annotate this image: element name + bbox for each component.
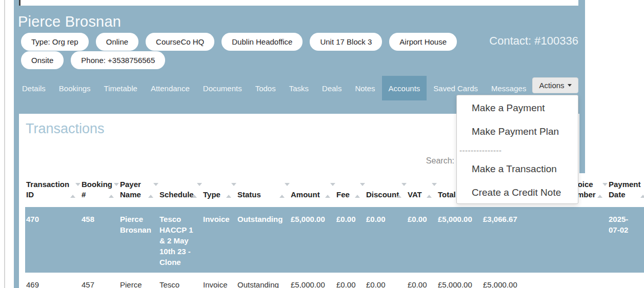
- contact-badge-airport-house: Airport House: [389, 33, 457, 51]
- tab-timetable[interactable]: Timetable: [97, 76, 144, 100]
- cell-payment-date: [608, 273, 644, 288]
- sort-up-icon: [279, 186, 285, 198]
- column-header-vat[interactable]: VAT: [407, 173, 437, 207]
- cell-discount: £0.00: [365, 207, 407, 273]
- sort-icon: [70, 186, 75, 196]
- left-rule: [4, 0, 5, 288]
- actions-dropdown-menu: Make a PaymentMake Payment Plan---------…: [456, 95, 578, 204]
- sort-down-icon: [75, 183, 80, 195]
- column-header-transaction-id[interactable]: Transaction ID: [25, 173, 80, 207]
- sort-up-icon: [427, 186, 432, 198]
- tab-accounts[interactable]: Accounts: [382, 76, 427, 100]
- cell-payment-date: 2025-07-02: [608, 207, 644, 273]
- cell-amount: £5,000.00: [290, 207, 335, 273]
- cell-schedule: Tesco: [158, 273, 202, 288]
- page-title: Pierce Brosnan: [18, 13, 121, 30]
- column-label-booking: Booking #: [82, 180, 112, 199]
- sort-up-icon: [597, 186, 602, 198]
- actions-button[interactable]: Actions: [532, 77, 578, 93]
- contact-badge-unit-17-block-3: Unit 17 Block 3: [310, 33, 382, 51]
- search-label: Search:: [426, 156, 454, 166]
- column-header-type[interactable]: Type: [202, 173, 236, 207]
- column-label-schedule: Schedule: [159, 190, 194, 199]
- cell-amount: £5,000.00: [290, 273, 335, 288]
- menu-item-make-a-transaction[interactable]: Make a Transaction: [457, 157, 578, 181]
- cell-booking: 458: [80, 207, 119, 273]
- sort-icon: [279, 186, 285, 196]
- sort-down-icon: [432, 183, 437, 195]
- tab-notes[interactable]: Notes: [348, 76, 381, 100]
- contact-badge-type-org-rep: Type: Org rep: [21, 33, 89, 51]
- column-label-type: Type: [203, 190, 220, 199]
- sort-up-icon: [148, 186, 153, 198]
- column-header-payment-date[interactable]: Payment Date: [608, 173, 644, 207]
- tab-todos[interactable]: Todos: [249, 76, 283, 100]
- sort-icon: [325, 186, 330, 196]
- cell-status: Outstanding: [236, 207, 290, 273]
- column-label-total: Total: [438, 190, 456, 199]
- sort-up-icon: [355, 186, 360, 198]
- column-label-status: Status: [237, 190, 261, 199]
- cell-vat: £0.00: [407, 207, 437, 273]
- contact-badge-courseco-hq: CourseCo HQ: [146, 33, 214, 51]
- contact-badge-dublin-headoffice: Dublin Headoffice: [222, 33, 303, 51]
- contact-badges: Type: Org repOnlineCourseCo HQDublin Hea…: [21, 33, 463, 69]
- sort-up-icon: [109, 186, 114, 198]
- sort-icon: [355, 186, 360, 196]
- sort-down-icon: [231, 183, 236, 195]
- sort-down-icon: [197, 183, 202, 195]
- column-header-discount[interactable]: Discount: [365, 173, 407, 207]
- table-row[interactable]: 470458Pierce BrosnanTesco HACCP 1 & 2 Ma…: [25, 207, 644, 273]
- tab-bookings[interactable]: Bookings: [52, 76, 97, 100]
- sort-down-icon: [153, 183, 158, 195]
- cell-vat: £0.00: [407, 273, 437, 288]
- cell-type: Invoice: [202, 273, 236, 288]
- cell-fee: £0.00: [335, 273, 365, 288]
- caret-down-icon: [568, 84, 572, 87]
- column-label-transaction-id: Transaction ID: [26, 180, 69, 199]
- sort-icon: [192, 186, 197, 196]
- tab-tasks[interactable]: Tasks: [283, 76, 315, 100]
- tab-deals[interactable]: Deals: [315, 76, 348, 100]
- column-header-amount[interactable]: Amount: [290, 173, 335, 207]
- column-header-booking[interactable]: Booking #: [80, 173, 119, 207]
- cell-total: £5,000.00: [437, 273, 482, 288]
- cell-transaction-id: 469: [25, 273, 80, 288]
- sort-up-icon: [226, 186, 231, 198]
- sort-icon: [226, 186, 231, 196]
- contact-badge-onsite: Onsite: [21, 51, 64, 69]
- cell-col-12: £3,066.67: [482, 207, 566, 273]
- sort-up-icon: [396, 186, 401, 198]
- tab-attendance[interactable]: Attendance: [144, 76, 196, 100]
- column-header-status[interactable]: Status: [236, 173, 290, 207]
- sort-up-icon: [70, 186, 75, 198]
- cell-total: £5,000.00: [437, 207, 482, 273]
- tab-documents[interactable]: Documents: [196, 76, 249, 100]
- cell-booking: 457: [80, 273, 119, 288]
- cell-col-12: £5,000.00: [482, 273, 566, 288]
- sort-up-icon: [640, 186, 644, 198]
- contact-badge-online: Online: [96, 33, 138, 51]
- sort-icon: [109, 186, 114, 196]
- page: Pierce Brosnan Contact: #100336 Type: Or…: [0, 0, 644, 288]
- menu-item-make-payment-plan[interactable]: Make Payment Plan: [457, 120, 578, 143]
- column-header-schedule[interactable]: Schedule: [158, 173, 202, 207]
- column-header-fee[interactable]: Fee: [335, 173, 365, 207]
- menu-item-make-a-payment[interactable]: Make a Payment: [457, 96, 578, 120]
- table-row[interactable]: 469457PierceTescoInvoiceOutstanding£5,00…: [25, 273, 644, 288]
- column-label-vat: VAT: [408, 190, 422, 199]
- sort-up-icon: [325, 186, 330, 198]
- column-header-payer-name[interactable]: Payer Name: [119, 173, 158, 207]
- cell-schedule: Tesco HACCP 1 & 2 May 10th 23 - Clone: [158, 207, 202, 273]
- sort-down-icon: [330, 183, 335, 195]
- cell-type: Invoice: [202, 207, 236, 273]
- sort-down-icon: [360, 183, 365, 195]
- sort-down-icon: [401, 183, 407, 195]
- cell-invoice-number: [566, 273, 608, 288]
- menu-divider: ---------------: [457, 143, 578, 157]
- cell-discount: £0.00: [365, 273, 407, 288]
- sort-icon: [427, 186, 432, 196]
- contact-id: Contact: #100336: [489, 34, 578, 48]
- tab-details[interactable]: Details: [15, 76, 52, 100]
- menu-item-create-a-credit-note[interactable]: Create a Credit Note: [457, 181, 578, 204]
